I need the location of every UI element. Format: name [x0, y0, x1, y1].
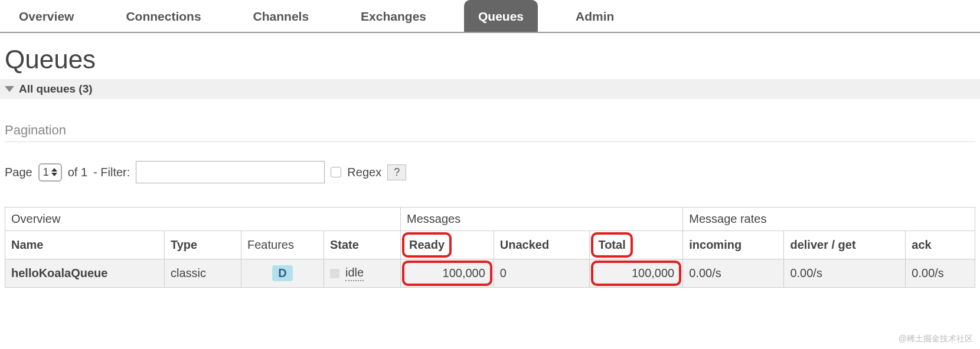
cell-type: classic [165, 259, 241, 288]
filter-label: - Filter: [93, 166, 130, 179]
cell-features: D [241, 259, 324, 288]
col-ready[interactable]: Ready [401, 231, 494, 259]
col-group-overview: Overview [5, 208, 401, 231]
main-tabs: Overview Connections Channels Exchanges … [0, 0, 980, 33]
cell-deliver-get: 0.00/s [784, 259, 906, 288]
stepper-icon [51, 168, 57, 176]
chevron-down-icon [5, 86, 14, 92]
col-deliver-get[interactable]: deliver / get [784, 231, 906, 259]
col-group-rates: Message rates [683, 208, 975, 231]
col-incoming[interactable]: incoming [683, 231, 784, 259]
highlight-total-value: 100,000 [591, 261, 681, 286]
tab-channels[interactable]: Channels [239, 0, 324, 32]
filter-row: Page 1 of 1 - Filter: Regex ? [0, 154, 980, 207]
col-ack[interactable]: ack [906, 231, 975, 259]
pagination-heading: Pagination [5, 123, 980, 138]
feature-badge-durable: D [272, 265, 292, 281]
cell-total: 100,000 [590, 259, 683, 288]
page-select[interactable]: 1 [38, 163, 62, 182]
section-all-queues[interactable]: All queues (3) [0, 79, 980, 99]
watermark: @稀土掘金技术社区 [899, 334, 973, 344]
highlight-ready-header: Ready [402, 232, 452, 258]
regex-help-button[interactable]: ? [387, 164, 406, 180]
section-all-queues-label: All queues (3) [19, 83, 93, 96]
tab-connections[interactable]: Connections [112, 0, 215, 32]
tab-admin[interactable]: Admin [561, 0, 628, 32]
table-row[interactable]: helloKoalaQueue classic D idle 100,000 0… [5, 259, 975, 288]
regex-label: Regex [347, 166, 381, 179]
col-group-messages: Messages [401, 208, 683, 231]
highlight-ready-value: 100,000 [402, 261, 492, 286]
divider [5, 141, 975, 142]
col-state[interactable]: State [324, 231, 401, 259]
cell-ready: 100,000 [401, 259, 494, 288]
col-type[interactable]: Type [165, 231, 241, 259]
cell-name[interactable]: helloKoalaQueue [5, 259, 165, 288]
highlight-total-header: Total [591, 232, 632, 258]
page-label: Page [5, 166, 32, 179]
filter-input[interactable] [136, 161, 325, 183]
cell-incoming: 0.00/s [683, 259, 784, 288]
page-of-label: of 1 [68, 166, 87, 179]
col-features[interactable]: Features [241, 231, 324, 259]
cell-ack: 0.00/s [906, 259, 975, 288]
col-unacked[interactable]: Unacked [494, 231, 590, 259]
state-indicator-icon [330, 269, 339, 278]
page-value: 1 [43, 166, 49, 179]
tab-queues[interactable]: Queues [464, 0, 538, 32]
state-text: idle [345, 266, 364, 281]
tab-overview[interactable]: Overview [5, 0, 88, 32]
cell-unacked: 0 [494, 259, 590, 288]
cell-state: idle [324, 259, 401, 288]
regex-checkbox[interactable] [331, 167, 341, 177]
tab-exchanges[interactable]: Exchanges [347, 0, 440, 32]
queues-table: Overview Messages Message rates Name Typ… [5, 207, 975, 288]
col-name[interactable]: Name [5, 231, 165, 259]
col-total[interactable]: Total [590, 231, 683, 259]
page-title: Queues [5, 45, 980, 74]
